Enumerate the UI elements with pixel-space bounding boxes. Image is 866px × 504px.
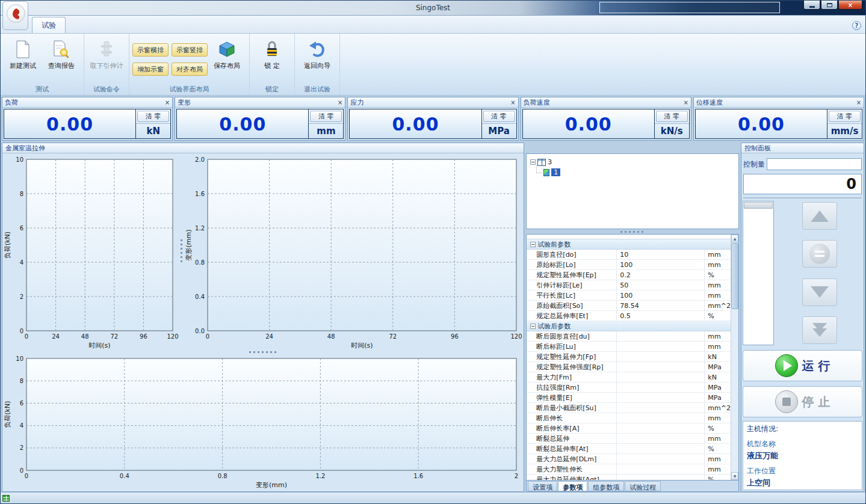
stop-label: 停 止 (802, 394, 830, 410)
param-unit: mm (705, 434, 731, 443)
svg-text:8: 8 (20, 378, 23, 384)
ribbon-group-label: 锁定 (250, 85, 294, 94)
return-wizard-button[interactable]: 返回向导 (298, 35, 336, 85)
button-label: 锁 定 (264, 61, 280, 70)
param-tab-0[interactable]: 设置项 (528, 481, 557, 491)
param-row[interactable]: 断后标距[Lu]mm (527, 342, 731, 352)
move-up-button[interactable] (802, 202, 837, 230)
parameter-panel: 试验前参数圆形直径[do]10mm原始标距[Lo]100mm规定塑性延伸率[Ep… (526, 234, 739, 481)
param-unit: mm (705, 250, 731, 259)
param-unit: mm^2 (705, 403, 731, 413)
collapse-icon[interactable] (530, 324, 536, 329)
param-value (617, 403, 705, 413)
svg-text:48: 48 (81, 333, 89, 340)
param-row[interactable]: 断后伸长mm (527, 413, 731, 423)
param-tab-2[interactable]: 组参数项 (588, 481, 624, 491)
maximize-button[interactable] (821, 1, 838, 10)
move-down-button[interactable] (802, 278, 837, 306)
scroll-down-icon[interactable]: ▼ (731, 472, 738, 480)
svg-text:120: 120 (510, 333, 522, 340)
run-button[interactable]: 运 行 (743, 350, 862, 381)
svg-text:2: 2 (20, 293, 23, 300)
param-row[interactable]: 原始标距[Lo]100mm (527, 260, 731, 270)
new-test-button[interactable]: 新建测试 (4, 35, 42, 85)
param-row[interactable]: 规定塑性延伸力[Fp]kN (527, 352, 731, 362)
display-header: 负荷速度× (521, 97, 691, 108)
clear-zero-button[interactable]: 清 零 (310, 111, 342, 122)
param-row[interactable]: 规定总延伸率[Et]0.5% (527, 311, 731, 321)
param-row[interactable]: 圆形直径[do]10mm (527, 250, 731, 260)
param-row[interactable]: 最大力[Fm]kN (527, 372, 731, 383)
svg-text:6: 6 (20, 400, 23, 407)
param-tab-1[interactable]: 参数项 (558, 481, 587, 491)
close-button[interactable]: × (838, 1, 862, 10)
tab-test[interactable]: 试验 (32, 17, 66, 33)
param-row[interactable]: 最大力塑性伸长mm (527, 464, 731, 475)
display-value: 0.00 (350, 109, 481, 138)
status-bar (1, 492, 865, 503)
clear-zero-button[interactable]: 清 零 (483, 111, 515, 122)
param-label: 断后圆形直径[du] (527, 331, 617, 341)
display-side: 清 零kN/s (654, 109, 689, 138)
param-group-header[interactable]: 试验前参数 (527, 239, 731, 250)
position-track-thumb[interactable] (744, 202, 773, 209)
clear-zero-button[interactable]: 清 零 (137, 111, 169, 122)
param-row[interactable]: 弹性模量[E]MPa (527, 393, 731, 403)
param-row[interactable]: 最大力总延伸率[Agt]% (527, 475, 731, 480)
param-row[interactable]: 引伸计标距[Le]50mm (527, 280, 731, 290)
window-vertical-button[interactable]: 示窗竖排 (172, 43, 208, 57)
adjust-button[interactable] (802, 240, 837, 268)
svg-text:1.2: 1.2 (195, 225, 205, 232)
param-row[interactable]: 抗拉强度[Rm]MPa (527, 383, 731, 393)
tree-child-node[interactable]: 1 (528, 167, 737, 177)
workspace-panel: 金属室温拉伸 0244872961200246810时间(s)负荷(kN) 02… (2, 143, 524, 492)
workspace-header: 金属室温拉伸 (2, 143, 524, 153)
scroll-thumb[interactable] (731, 243, 738, 309)
clear-zero-button[interactable]: 清 零 (829, 111, 861, 122)
clear-zero-button[interactable]: 清 零 (656, 111, 688, 122)
display-title: 应力 (350, 98, 510, 107)
close-icon[interactable]: × (856, 99, 861, 106)
minimize-button[interactable] (803, 1, 820, 10)
param-tab-3[interactable]: 试验过程 (625, 481, 661, 491)
green-grid-status-icon[interactable] (2, 495, 10, 502)
svg-text:120: 120 (167, 333, 178, 340)
param-row[interactable]: 断后最小截面积[Su]mm^2 (527, 403, 731, 413)
help-icon[interactable]: ? (852, 21, 861, 30)
param-unit: mm^2 (705, 301, 731, 310)
param-row[interactable]: 规定塑性延伸强度[Rp]MPa (527, 362, 731, 372)
stop-button[interactable]: 停 止 (743, 386, 862, 417)
close-icon[interactable]: × (683, 99, 688, 106)
align-layout-button[interactable]: 对齐布局 (172, 63, 208, 76)
control-panel-title: 控制面板 (744, 144, 771, 153)
app-menu-button[interactable] (2, 1, 28, 30)
param-row[interactable]: 最大力总延伸[DLm]mm (527, 454, 731, 464)
window-horizontal-button[interactable]: 示窗横排 (132, 43, 169, 57)
param-value: 50 (617, 280, 705, 290)
collapse-icon[interactable] (530, 159, 536, 165)
scroll-up-icon[interactable]: ▲ (731, 235, 738, 242)
param-row[interactable]: 原始截面积[So]78.54mm^2 (527, 301, 731, 311)
button-label: 查询报告 (48, 61, 75, 70)
param-group-header[interactable]: 试验后参数 (527, 321, 731, 331)
close-icon[interactable]: × (510, 99, 515, 106)
param-row[interactable]: 断裂总延伸mm (527, 434, 731, 444)
add-window-button[interactable]: 增加示窗 (132, 63, 169, 76)
param-row[interactable]: 平行长度[Lc]100mm (527, 290, 731, 301)
position-track[interactable] (743, 201, 774, 345)
collapse-icon[interactable] (530, 242, 536, 247)
param-row[interactable]: 规定塑性延伸率[Ep]0.2% (527, 270, 731, 280)
query-report-button[interactable]: 查询报告 (42, 35, 81, 85)
close-icon[interactable]: × (165, 99, 170, 106)
fast-down-button[interactable] (802, 316, 837, 344)
save-layout-button[interactable]: 保存布局 (208, 35, 246, 85)
tree-params-splitter[interactable] (526, 229, 739, 234)
param-scrollbar[interactable]: ▲ ▼ (731, 235, 738, 480)
param-row[interactable]: 断裂总延伸率[At]% (527, 444, 731, 454)
param-row[interactable]: 断后圆形直径[du]mm (527, 331, 731, 342)
control-amount-input[interactable] (767, 158, 862, 170)
tree-root-node[interactable]: 3 (528, 157, 737, 167)
close-icon[interactable]: × (338, 99, 342, 106)
lock-button[interactable]: 锁 定 (253, 35, 291, 85)
param-row[interactable]: 断后伸长率[A]% (527, 423, 731, 434)
